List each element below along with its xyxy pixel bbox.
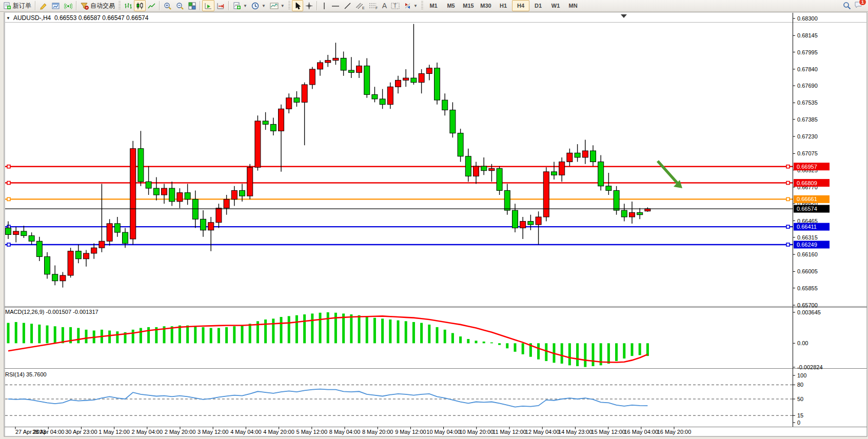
svg-text:F: F bbox=[376, 6, 378, 10]
svg-text:4 May 20:00: 4 May 20:00 bbox=[263, 429, 294, 435]
svg-text:0.67385: 0.67385 bbox=[797, 116, 818, 123]
cursor-tool-button[interactable] bbox=[292, 0, 303, 11]
svg-text:100: 100 bbox=[797, 372, 806, 378]
clock-icon bbox=[251, 2, 260, 10]
dropdown-arrow-icon: ▼ bbox=[262, 4, 266, 8]
vertical-line-tool-button[interactable] bbox=[319, 0, 329, 11]
auto-scroll-icon bbox=[204, 2, 212, 10]
separator bbox=[35, 1, 36, 10]
text-label-tool-button[interactable]: T bbox=[389, 0, 402, 11]
styler-button[interactable] bbox=[37, 0, 50, 11]
horizontal-line-tool-button[interactable] bbox=[329, 0, 342, 11]
svg-text:0.67230: 0.67230 bbox=[797, 133, 818, 139]
ohlc-bars-icon bbox=[124, 2, 132, 10]
trendline-tool-button[interactable] bbox=[342, 0, 353, 11]
line-chart-icon bbox=[148, 2, 155, 10]
channel-icon: E bbox=[356, 2, 365, 10]
arrows-shapes-icon bbox=[404, 2, 411, 10]
crosshair-icon bbox=[305, 2, 313, 10]
svg-text:0.67995: 0.67995 bbox=[797, 49, 818, 55]
fibonacci-icon: F bbox=[369, 2, 378, 10]
timeframe-button-m1[interactable]: M1 bbox=[425, 0, 442, 11]
candlestick-chart-type-button[interactable] bbox=[134, 0, 146, 11]
templates-button[interactable]: ▼ bbox=[268, 0, 287, 11]
text-tool-button[interactable]: A bbox=[380, 0, 389, 11]
svg-text:0.003645: 0.003645 bbox=[797, 309, 821, 315]
timeframe-button-d1[interactable]: D1 bbox=[529, 0, 547, 11]
svg-text:0: 0 bbox=[797, 420, 800, 426]
one-click-trading-expander[interactable]: ▼ bbox=[6, 16, 10, 21]
dropdown-arrow-icon: ▼ bbox=[281, 4, 285, 8]
new-order-button[interactable]: 新订单 bbox=[1, 0, 33, 11]
periods-button[interactable]: ▼ bbox=[249, 0, 268, 11]
new-chart-button[interactable] bbox=[50, 0, 62, 11]
auto-trading-button[interactable]: 自动交易 bbox=[78, 0, 117, 11]
svg-text:0.67075: 0.67075 bbox=[797, 150, 818, 156]
indicators-button[interactable]: ▼ bbox=[231, 0, 249, 11]
trendline-icon bbox=[344, 2, 351, 10]
svg-text:5 May 12:00: 5 May 12:00 bbox=[297, 429, 328, 435]
svg-text:10 May 20:00: 10 May 20:00 bbox=[459, 429, 494, 435]
chart-shift-button[interactable] bbox=[214, 0, 227, 11]
svg-text:15 May 12:00: 15 May 12:00 bbox=[591, 429, 625, 435]
rsi-indicator-label: RSI(14) 35.7600 bbox=[5, 371, 47, 377]
separator bbox=[159, 1, 160, 10]
svg-text:28 Apr 04:00: 28 Apr 04:00 bbox=[32, 429, 64, 435]
auto-trading-label: 自动交易 bbox=[90, 2, 115, 10]
signals-button[interactable] bbox=[62, 0, 74, 11]
equidistant-channel-tool-button[interactable]: E bbox=[353, 0, 367, 11]
arrows-tool-button[interactable]: ▼ bbox=[402, 0, 420, 11]
svg-text:0.66957: 0.66957 bbox=[797, 164, 817, 170]
horizontal-line-icon bbox=[331, 2, 340, 10]
svg-text:16 May 20:00: 16 May 20:00 bbox=[657, 429, 692, 435]
notifications-button[interactable]: 1 bbox=[854, 1, 863, 11]
chart-window: 0.683000.681450.679950.678400.676900.675… bbox=[0, 12, 868, 439]
svg-text:0.66411: 0.66411 bbox=[797, 224, 817, 230]
bar-chart-type-button[interactable] bbox=[122, 0, 134, 11]
separator bbox=[76, 1, 77, 10]
svg-text:30 Apr 23:00: 30 Apr 23:00 bbox=[65, 429, 97, 435]
line-chart-type-button[interactable] bbox=[146, 0, 157, 11]
main-toolbar: 新订单 自动交易 ▼ ▼ ▼ E F A T ▼ M1M5M15M30H1H4D… bbox=[0, 0, 868, 12]
toolbar-grip[interactable] bbox=[119, 1, 121, 10]
svg-text:16 May 04:00: 16 May 04:00 bbox=[624, 429, 658, 435]
svg-text:0.67690: 0.67690 bbox=[797, 83, 818, 89]
zoom-out-icon bbox=[176, 2, 184, 10]
fibonacci-tool-button[interactable]: F bbox=[367, 0, 380, 11]
svg-text:0.68300: 0.68300 bbox=[797, 15, 818, 22]
svg-text:0.68145: 0.68145 bbox=[797, 32, 818, 38]
timeframe-button-h4[interactable]: H4 bbox=[512, 0, 529, 11]
auto-scroll-button[interactable] bbox=[202, 0, 214, 11]
candlestick-icon bbox=[136, 2, 144, 10]
timeframe-button-m15[interactable]: M15 bbox=[460, 0, 477, 11]
tile-windows-button[interactable] bbox=[186, 0, 198, 11]
zoom-out-button[interactable] bbox=[174, 0, 186, 11]
svg-text:12 May 04:00: 12 May 04:00 bbox=[525, 429, 560, 435]
svg-text:3 May 12:00: 3 May 12:00 bbox=[198, 429, 229, 435]
svg-text:4 May 04:00: 4 May 04:00 bbox=[230, 429, 262, 435]
svg-text:T: T bbox=[393, 3, 397, 9]
timeframe-button-m30[interactable]: M30 bbox=[477, 0, 495, 11]
timeframe-button-m5[interactable]: M5 bbox=[442, 0, 460, 11]
timeframe-button-h1[interactable]: H1 bbox=[495, 0, 512, 11]
toolbar-grip[interactable] bbox=[421, 1, 423, 10]
timeframe-button-mn[interactable]: MN bbox=[564, 0, 582, 11]
svg-text:14 May 23:00: 14 May 23:00 bbox=[558, 429, 593, 435]
svg-text:0.66005: 0.66005 bbox=[797, 268, 818, 274]
zoom-in-button[interactable] bbox=[162, 0, 174, 11]
vertical-line-icon bbox=[321, 2, 327, 10]
toolbar-grip[interactable] bbox=[288, 1, 290, 10]
chart-shift-icon bbox=[216, 2, 225, 10]
crosshair-tool-button[interactable] bbox=[303, 0, 315, 11]
svg-text:0.66661: 0.66661 bbox=[797, 196, 817, 202]
template-icon bbox=[270, 2, 279, 10]
svg-text:0.67535: 0.67535 bbox=[797, 99, 818, 106]
svg-text:0.65700: 0.65700 bbox=[797, 302, 818, 308]
timeframe-button-w1[interactable]: W1 bbox=[547, 0, 564, 11]
notification-count-badge: 1 bbox=[859, 0, 866, 6]
svg-text:0.65855: 0.65855 bbox=[797, 285, 818, 291]
dropdown-arrow-icon: ▼ bbox=[243, 4, 247, 8]
chart-canvas[interactable]: 0.683000.681450.679950.678400.676900.675… bbox=[0, 12, 868, 439]
search-icon[interactable] bbox=[843, 2, 851, 10]
svg-text:1 May 12:00: 1 May 12:00 bbox=[98, 429, 130, 435]
